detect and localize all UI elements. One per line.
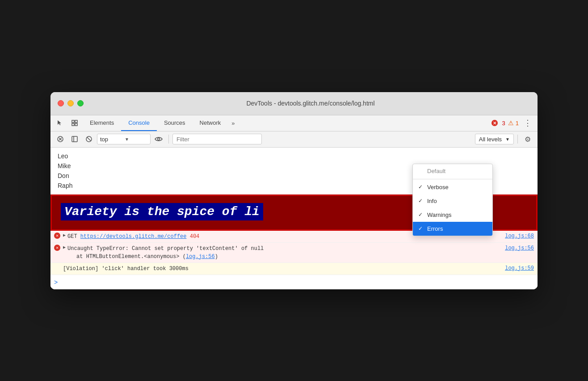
svg-line-10: [87, 137, 91, 141]
settings-button[interactable]: ⚙: [521, 133, 534, 145]
error-icon: ✕: [54, 245, 60, 251]
log-row-error-2: ✕ ▶ Uncaught TypeError: Cannot set prope…: [50, 243, 538, 263]
layers-icon[interactable]: [68, 117, 81, 129]
levels-dropdown-menu: Default ✓ Verbose ✓ Info ✓ Warnings ✓ E: [412, 164, 493, 236]
no-icon[interactable]: [83, 133, 95, 145]
dropdown-item-warnings[interactable]: ✓ Warnings: [413, 208, 492, 222]
prompt-caret: >: [54, 279, 58, 286]
tab-network[interactable]: Network: [193, 115, 228, 131]
tab-sources[interactable]: Sources: [157, 115, 193, 131]
log-source-3[interactable]: log.js:59: [505, 265, 534, 271]
dropdown-label-info: Info: [427, 198, 437, 204]
svg-rect-1: [75, 120, 77, 123]
dropdown-item-info[interactable]: ✓ Info: [413, 194, 492, 208]
cursor-icon[interactable]: [54, 117, 67, 129]
traffic-lights: [58, 100, 84, 106]
error-url-link[interactable]: https://devtools.glitch.me/coffee: [80, 233, 187, 240]
console-logs: ✕ ▶ GET https://devtools.glitch.me/coffe…: [50, 231, 538, 289]
levels-dropdown-button[interactable]: All levels ▼: [475, 134, 514, 144]
dropdown-label-errors: Errors: [427, 225, 443, 232]
error-badge: ✕ 3: [491, 120, 505, 127]
minimize-button[interactable]: [67, 100, 74, 106]
clear-console-button[interactable]: [54, 133, 67, 145]
chevron-down-icon: ▼: [125, 137, 147, 142]
tab-bar: Elements Console Sources Network » ✕ 3 ⚠…: [50, 115, 538, 131]
menu-divider: [413, 179, 492, 179]
dropdown-item-verbose[interactable]: ✓ Verbose: [413, 180, 492, 194]
error-icon: ✕: [491, 120, 498, 126]
warn-badge: ⚠ 1: [508, 119, 519, 127]
warn-count: 1: [516, 120, 519, 127]
close-button[interactable]: [58, 100, 64, 106]
divider: [168, 135, 169, 144]
more-tabs-button[interactable]: »: [228, 120, 238, 127]
dropdown-item-errors[interactable]: ✓ Errors: [413, 222, 492, 236]
error-inner-link[interactable]: log.js:56: [186, 254, 215, 260]
dropdown-label-default: Default: [427, 168, 445, 174]
check-icon: ✓: [418, 184, 423, 190]
dropdown-label-warnings: Warnings: [427, 212, 451, 218]
log-message-3: [Violation] 'click' handler took 3000ms: [63, 265, 505, 273]
titlebar: DevTools - devtools.glitch.me/console/lo…: [50, 92, 538, 115]
log-source-2[interactable]: log.js:56: [505, 245, 534, 251]
dropdown-label-verbose: Verbose: [427, 184, 449, 190]
error-icon: ✕: [54, 233, 60, 239]
divider: [517, 135, 518, 144]
check-icon: ✓: [418, 198, 423, 204]
log-message-2: Uncaught TypeError: Cannot set property …: [67, 245, 505, 261]
svg-point-11: [158, 138, 160, 140]
svg-rect-3: [75, 123, 77, 126]
expand-button[interactable]: ▶: [63, 233, 66, 238]
expand-button[interactable]: ▶: [63, 245, 66, 250]
tab-bar-right: ✕ 3 ⚠ 1 ⋮: [491, 117, 534, 129]
toggle-sidebar-button[interactable]: [68, 133, 81, 145]
eye-button[interactable]: [152, 133, 165, 145]
console-prompt: >: [50, 275, 538, 289]
log-row-warning-1: [Violation] 'click' handler took 3000ms …: [50, 263, 538, 275]
dropdown-item-default[interactable]: Default: [413, 164, 492, 178]
svg-rect-0: [72, 120, 74, 123]
tab-console[interactable]: Console: [121, 115, 157, 131]
toolbar: top ▼ All levels ▼ ⚙: [50, 131, 538, 148]
banner-text: Variety is the spice of li: [61, 203, 263, 220]
context-selector[interactable]: top ▼: [97, 134, 151, 144]
log-source-1[interactable]: log.js:68: [505, 233, 534, 239]
content-area: Leo Mike Don Raph Variety is the spice o…: [50, 148, 538, 289]
kebab-menu-button[interactable]: ⋮: [521, 117, 534, 129]
error-count: 3: [502, 120, 505, 127]
check-icon: ✓: [418, 225, 423, 232]
window-title: DevTools - devtools.glitch.me/console/lo…: [91, 100, 530, 107]
tab-elements[interactable]: Elements: [83, 115, 121, 131]
devtools-window: DevTools - devtools.glitch.me/console/lo…: [50, 92, 538, 289]
filter-input[interactable]: [172, 134, 262, 144]
check-icon: ✓: [418, 212, 423, 218]
svg-rect-2: [72, 123, 74, 126]
warn-triangle-icon: ⚠: [508, 119, 514, 127]
maximize-button[interactable]: [77, 100, 84, 106]
chevron-down-icon: ▼: [505, 137, 510, 142]
svg-rect-7: [72, 136, 77, 142]
error-code: 404: [190, 233, 200, 240]
devtools-body: Elements Console Sources Network » ✕ 3 ⚠…: [50, 115, 538, 289]
list-item: Leo: [58, 151, 530, 161]
